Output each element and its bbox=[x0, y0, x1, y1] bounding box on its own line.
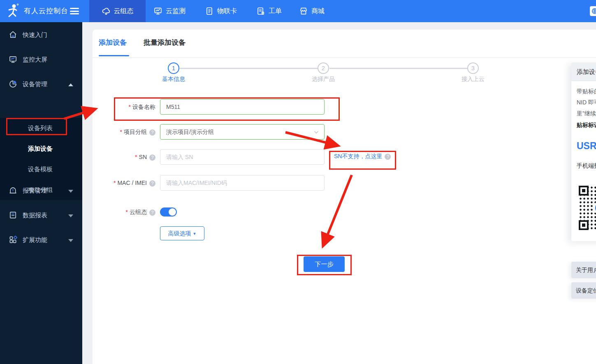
sidebar-item-data-report[interactable]: 数据报表 bbox=[0, 205, 82, 226]
tab-iot-card[interactable]: 物联卡 bbox=[197, 0, 244, 22]
required-asterisk: * bbox=[126, 209, 128, 215]
next-step-button[interactable]: 下一步 bbox=[304, 256, 345, 272]
sidebar-item-add-device[interactable]: 添加设备 bbox=[0, 138, 82, 159]
mac-imei-input[interactable] bbox=[160, 175, 325, 191]
help-icon[interactable]: ? bbox=[149, 129, 155, 136]
help-text-line: 里”继续 bbox=[571, 108, 596, 119]
device-name-row: *设备名称 bbox=[93, 99, 596, 115]
sidebar-item-label: 扩展功能 bbox=[23, 230, 47, 250]
sidebar-item-device-list[interactable]: 设备列表 bbox=[0, 118, 82, 138]
app-title: 有人云控制台 bbox=[24, 0, 68, 22]
section-device-location[interactable]: 设备定位 bbox=[571, 282, 596, 299]
qr-finder bbox=[579, 186, 589, 196]
home-icon bbox=[9, 30, 17, 39]
grid-icon bbox=[9, 235, 17, 244]
sn-row: *SN? SN不支持，点这里 ? bbox=[93, 149, 596, 165]
mac-imei-label: *MAC / IMEI? bbox=[73, 175, 155, 191]
work-order-icon bbox=[256, 7, 265, 16]
help-icon[interactable]: ? bbox=[149, 180, 155, 187]
cloud-monitor-icon bbox=[153, 7, 162, 16]
tab-cloud-monitor[interactable]: 云监测 bbox=[146, 0, 193, 22]
help-icon[interactable]: ? bbox=[149, 210, 155, 216]
tab-add-device[interactable]: 添加设备 bbox=[99, 38, 127, 47]
tab-row-divider bbox=[93, 58, 596, 58]
tab-label: 工单 bbox=[269, 7, 282, 16]
mall-icon bbox=[299, 7, 308, 16]
step-1-circle: 1 bbox=[168, 62, 179, 74]
sn-not-supported-link[interactable]: SN不支持，点这里 ? bbox=[334, 153, 391, 160]
project-group-value: 演示项目/演示分组 bbox=[166, 129, 214, 135]
sidebar-item-label: 监控大屏 bbox=[23, 49, 47, 70]
required-asterisk: * bbox=[135, 154, 137, 160]
phone-scan-text: 手机端扫 bbox=[571, 162, 596, 170]
step-connector bbox=[180, 68, 318, 69]
usr-person-logo-icon bbox=[5, 3, 21, 19]
report-icon bbox=[9, 211, 17, 219]
required-asterisk: * bbox=[114, 180, 116, 186]
pie-icon bbox=[9, 80, 17, 88]
chevron-down-icon bbox=[68, 239, 73, 242]
tab-mall[interactable]: 商城 bbox=[291, 0, 332, 22]
screen-icon bbox=[9, 55, 17, 64]
cloud-scada-label: *云组态? bbox=[73, 204, 155, 220]
project-group-row: *项目分组? 演示项目/演示分组 bbox=[93, 124, 596, 140]
sn-label: *SN? bbox=[73, 149, 155, 165]
required-asterisk: * bbox=[120, 129, 122, 135]
advanced-options-button[interactable]: 高级选项▼ bbox=[160, 226, 204, 240]
chevron-down-icon bbox=[68, 214, 73, 217]
qr-center-logo bbox=[594, 200, 596, 215]
project-group-label: *项目分组? bbox=[73, 124, 155, 140]
cloud-scada-toggle[interactable] bbox=[160, 207, 177, 217]
page: 有人云控制台 云组态 云监测 物联卡 bbox=[0, 0, 596, 364]
caret-down-icon: ▼ bbox=[193, 232, 197, 236]
help-icon[interactable]: ? bbox=[149, 154, 155, 161]
device-name-input[interactable] bbox=[160, 99, 325, 115]
required-asterisk: * bbox=[129, 104, 131, 110]
menu-toggle-icon[interactable] bbox=[70, 8, 79, 14]
sidebar-item-label: 报警管理 bbox=[23, 180, 47, 201]
actions-row: 下一步 bbox=[93, 256, 596, 272]
chevron-down-icon bbox=[68, 190, 73, 193]
tab-label: 云监测 bbox=[166, 7, 186, 16]
sidebar-item-device-management[interactable]: 设备管理 bbox=[0, 74, 82, 94]
sidebar-item-alarm-management[interactable]: 报警管理 bbox=[0, 180, 82, 201]
cloud-icon bbox=[102, 7, 111, 16]
sidebar-item-extensions[interactable]: 扩展功能 bbox=[0, 230, 82, 250]
step-3-label: 接入上云 bbox=[448, 76, 498, 83]
help-icon[interactable]: ? bbox=[385, 154, 391, 160]
sidebar-item-quick-start[interactable]: 快速入门 bbox=[0, 25, 82, 45]
step-2-label: 选择产品 bbox=[299, 76, 348, 83]
sidebar-item-monitor-screen[interactable]: 监控大屏 bbox=[0, 49, 82, 70]
iot-card-icon bbox=[205, 7, 214, 16]
help-text-line: 带贴标的 bbox=[571, 86, 596, 97]
step-2-circle: 2 bbox=[318, 62, 329, 74]
chevron-down-icon bbox=[313, 129, 319, 135]
cloud-scada-row: *云组态? bbox=[93, 204, 596, 220]
tab-batch-add-device[interactable]: 批量添加设备 bbox=[144, 38, 186, 47]
mac-imei-row: *MAC / IMEI? bbox=[93, 175, 596, 191]
language-globe-icon[interactable] bbox=[590, 6, 596, 16]
topbar: 有人云控制台 云组态 云监测 物联卡 bbox=[0, 0, 596, 22]
tab-label: 物联卡 bbox=[217, 7, 237, 16]
tab-cloud-scada[interactable]: 云组态 bbox=[89, 0, 146, 22]
active-tab-underline bbox=[99, 55, 129, 56]
help-panel-title: 添加设备 bbox=[571, 62, 596, 81]
step-connector bbox=[329, 68, 468, 69]
qr-finder bbox=[579, 220, 589, 230]
project-group-select[interactable]: 演示项目/演示分组 bbox=[160, 124, 325, 140]
alarm-icon bbox=[9, 186, 17, 195]
sidebar-item-label: 快速入门 bbox=[23, 25, 47, 45]
device-name-label: *设备名称 bbox=[73, 99, 155, 115]
step-1-label: 基本信息 bbox=[149, 76, 198, 83]
tab-label: 云组态 bbox=[114, 7, 134, 16]
sidebar-item-label: 设备管理 bbox=[23, 74, 47, 94]
sidebar-item-device-template[interactable]: 设备模板 bbox=[0, 159, 82, 180]
help-text-line: NID 即可 bbox=[571, 97, 596, 108]
tab-label: 商城 bbox=[311, 7, 325, 16]
advanced-options-row: 高级选项▼ bbox=[93, 226, 596, 240]
sidebar-item-label: 数据报表 bbox=[23, 205, 47, 226]
section-about-user[interactable]: 关于用户 bbox=[571, 262, 596, 278]
tab-work-order[interactable]: 工单 bbox=[249, 0, 289, 22]
chevron-up-icon bbox=[68, 83, 73, 86]
sn-input[interactable] bbox=[160, 149, 325, 165]
